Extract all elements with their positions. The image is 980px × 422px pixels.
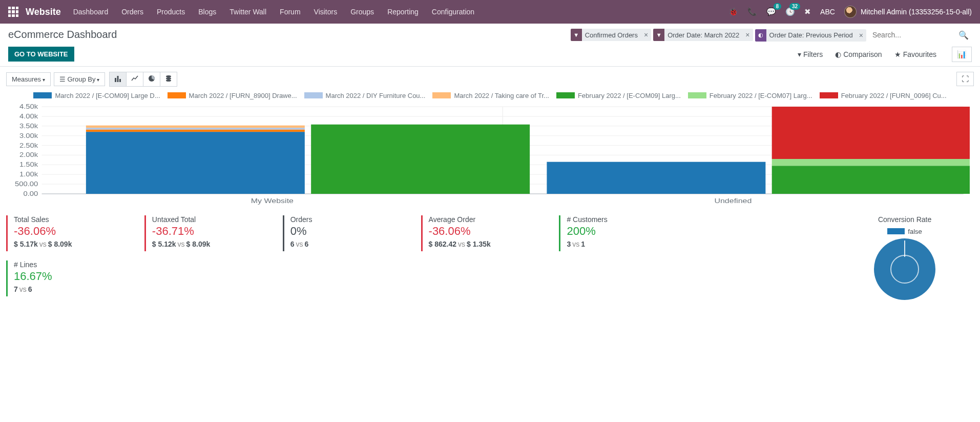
kpi-card[interactable]: Untaxed Total -36.71% $ 5.12kvs$ 8.09k [144, 215, 283, 251]
kpi-compare: $ 5.17kvs$ 8.09k [14, 240, 138, 248]
bar-segment[interactable] [772, 166, 970, 194]
facet-label: Order Date: Previous Period [766, 31, 856, 39]
legend-swatch [556, 92, 575, 98]
kpi-label: # Lines [14, 260, 138, 269]
kpi-label: Total Sales [14, 215, 138, 224]
kpi-value: 0% [290, 225, 415, 238]
legend-item[interactable]: March 2022 / Taking care of Tr... [432, 92, 549, 99]
control-panel: eCommerce Dashboard ▼Confirmed Orders×▼O… [0, 24, 980, 67]
legend-item[interactable]: March 2022 / [FURN_8900] Drawe... [168, 92, 297, 99]
menu-forum[interactable]: Forum [280, 8, 300, 16]
search-facet: ◐Order Date: Previous Period× [755, 29, 866, 42]
messages-icon[interactable]: 💬8 [766, 7, 776, 16]
menu-blogs[interactable]: Blogs [198, 8, 216, 16]
stacked-button[interactable] [160, 72, 177, 87]
legend-item[interactable]: February 2022 / [E-COM09] Larg... [556, 92, 681, 99]
debug-icon[interactable]: 🐞 [728, 7, 738, 16]
menu-orders[interactable]: Orders [121, 8, 143, 16]
kpi-compare: 7vs6 [14, 285, 138, 293]
svg-text:2.00k: 2.00k [19, 151, 38, 158]
kpi-value: 16.67% [14, 270, 138, 283]
menu-dashboard[interactable]: Dashboard [73, 8, 109, 16]
legend-item[interactable]: March 2022 / [E-COM09] Large D... [33, 92, 160, 99]
kpi-card[interactable]: Average Order -36.06% $ 862.42vs$ 1.35k [421, 215, 559, 251]
kpi-compare: $ 5.12kvs$ 8.09k [152, 240, 277, 248]
svg-text:1.00k: 1.00k [19, 171, 38, 177]
page-title: eCommerce Dashboard [8, 29, 117, 41]
star-icon: ★ [894, 50, 901, 58]
user-menu[interactable]: Mitchell Admin (13353256-15-0-all) [844, 6, 972, 18]
bar-segment[interactable] [772, 159, 970, 166]
facet-label: Order Date: March 2022 [664, 31, 742, 39]
svg-text:4.50k: 4.50k [19, 104, 38, 110]
go-to-website-button[interactable]: GO TO WEBSITE [8, 47, 74, 62]
favourites-dropdown[interactable]: ★Favourites [894, 50, 936, 58]
dashboard-view-button[interactable]: 📊 [952, 47, 972, 62]
apps-menu-icon[interactable] [8, 7, 18, 17]
legend-item[interactable]: February 2022 / [FURN_0096] Cu... [820, 92, 947, 99]
facet-remove-button[interactable]: × [641, 31, 651, 39]
svg-text:500.00: 500.00 [15, 180, 38, 187]
legend-label: March 2022 / [E-COM09] Large D... [55, 92, 160, 99]
svg-text:1.50k: 1.50k [19, 161, 38, 168]
menu-configuration[interactable]: Configuration [432, 8, 474, 16]
comparison-dropdown[interactable]: ◐Comparison [835, 50, 882, 58]
search-input[interactable] [869, 29, 951, 41]
groupby-dropdown[interactable]: ☰ Group By [54, 72, 105, 86]
kpi-card[interactable]: Total Sales -36.06% $ 5.17kvs$ 8.09k [6, 215, 144, 251]
conversion-rate-card: Conversion Rate false [836, 215, 974, 306]
legend-label: March 2022 / DIY Furniture Cou... [326, 92, 426, 99]
bar-chart-button[interactable] [109, 72, 127, 87]
menu-groups[interactable]: Groups [350, 8, 374, 16]
legend-swatch [304, 92, 323, 98]
svg-text:Undefined: Undefined [714, 197, 752, 204]
svg-text:4.00k: 4.00k [19, 113, 38, 119]
legend-swatch [168, 92, 186, 98]
database-selector[interactable]: ABC [820, 8, 835, 16]
menu-products[interactable]: Products [157, 8, 185, 16]
search-icon[interactable]: 🔍 [955, 29, 972, 41]
kpi-label: Orders [290, 215, 415, 224]
kpi-compare: 6vs6 [290, 240, 415, 248]
facet-remove-button[interactable]: × [742, 31, 753, 39]
kpi-card[interactable]: Orders 0% 6vs6 [283, 215, 421, 251]
kpi-card[interactable]: # Customers 200% 3vs1 [559, 215, 697, 251]
bar-segment[interactable] [86, 129, 305, 132]
app-name[interactable]: Website [26, 7, 61, 17]
search-options: ▾Filters ◐Comparison ★Favourites [798, 50, 936, 58]
bar-segment[interactable] [547, 162, 765, 193]
activities-icon[interactable]: 🕓32 [785, 7, 795, 16]
expand-button[interactable]: ⛶ [956, 72, 974, 86]
bar-segment[interactable] [311, 124, 530, 193]
phone-icon[interactable]: 📞 [747, 7, 757, 16]
facet-icon: ▼ [653, 29, 664, 41]
svg-point-5 [166, 77, 171, 79]
svg-rect-1 [117, 76, 119, 82]
messages-badge: 8 [774, 3, 782, 10]
pie-chart-button[interactable] [143, 72, 160, 87]
legend-swatch [820, 92, 838, 98]
facet-remove-button[interactable]: × [856, 31, 866, 39]
kpi-card-lines[interactable]: # Lines 16.67% 7vs6 [6, 260, 144, 296]
legend-label: February 2022 / [E-COM09] Larg... [578, 92, 681, 99]
bar-segment[interactable] [86, 132, 305, 194]
bar-segment[interactable] [86, 125, 305, 128]
kpi-value: -36.06% [14, 225, 138, 238]
kpi-value: 200% [567, 225, 691, 238]
legend-item[interactable]: March 2022 / DIY Furniture Cou... [304, 92, 426, 99]
conversion-legend[interactable]: false [836, 228, 974, 235]
bar-segment[interactable] [772, 107, 970, 159]
menu-reporting[interactable]: Reporting [387, 8, 419, 16]
bar-segment[interactable] [86, 128, 305, 129]
search-facet: ▼Order Date: March 2022× [653, 29, 753, 41]
kpi-label: Untaxed Total [152, 215, 277, 224]
kpi-grid: Total Sales -36.06% $ 5.17kvs$ 8.09kUnta… [0, 207, 980, 306]
line-chart-button[interactable] [127, 72, 143, 87]
settings-icon[interactable]: ✖ [804, 7, 811, 16]
chart-toolbar: Measures ☰ Group By ⛶ [0, 67, 980, 90]
menu-visitors[interactable]: Visitors [314, 8, 338, 16]
menu-twitter-wall[interactable]: Twitter Wall [230, 8, 266, 16]
measures-dropdown[interactable]: Measures [6, 72, 51, 86]
legend-item[interactable]: February 2022 / [E-COM07] Larg... [688, 92, 812, 99]
filters-dropdown[interactable]: ▾Filters [798, 50, 823, 58]
